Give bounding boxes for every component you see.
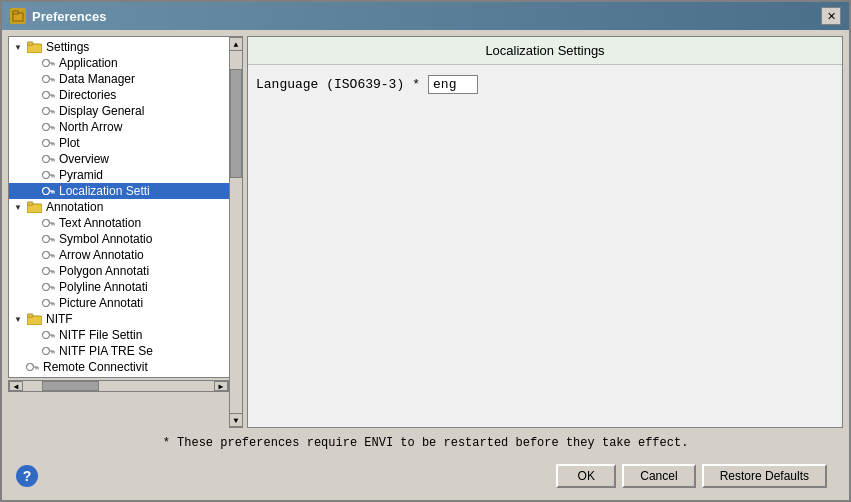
tree-label-pyramid: Pyramid (59, 168, 103, 182)
close-button[interactable]: ✕ (821, 7, 841, 25)
tree-item-nitf-file-settings[interactable]: NITF File Settin (9, 327, 229, 343)
tree-item-arrow-annotation[interactable]: Arrow Annotatio (9, 247, 229, 263)
language-label: Language (ISO639-3) (256, 77, 404, 92)
tree-item-application[interactable]: Application (9, 55, 229, 71)
key-icon-remote-connectivity (25, 361, 39, 373)
footer-note: * These preferences require ENVI to be r… (8, 432, 843, 454)
svg-point-58 (43, 284, 50, 291)
tree-item-north-arrow[interactable]: North Arrow (9, 119, 229, 135)
svg-rect-3 (27, 42, 33, 45)
scroll-right-btn[interactable]: ▶ (214, 381, 228, 391)
content-body: Language (ISO639-3) * eng (248, 65, 842, 427)
tree-label-remote-connectivity: Remote Connectivit (43, 360, 148, 374)
svg-point-12 (43, 92, 50, 99)
tree-toggle-settings[interactable]: ▼ (11, 40, 25, 54)
scroll-down-btn[interactable]: ▼ (229, 413, 243, 427)
tree-label-overview: Overview (59, 152, 109, 166)
tree-container: ▼ Settings Application Data Manager Dire… (8, 36, 243, 428)
key-icon-localization (41, 185, 55, 197)
tree-panel[interactable]: ▼ Settings Application Data Manager Dire… (8, 36, 229, 378)
help-button[interactable]: ? (16, 465, 38, 487)
tree-item-data-manager[interactable]: Data Manager (9, 71, 229, 87)
svg-point-24 (43, 140, 50, 147)
tree-toggle-nitf[interactable]: ▼ (11, 312, 25, 326)
key-icon-polyline-annotation (41, 281, 55, 293)
window-title: Preferences (32, 9, 106, 24)
svg-point-76 (27, 364, 34, 371)
content-panel: Localization Settings Language (ISO639-3… (247, 36, 843, 428)
scrollbar-thumb[interactable] (42, 381, 99, 391)
key-icon-pyramid (41, 169, 55, 181)
language-value[interactable]: eng (428, 75, 478, 94)
key-icon-data-manager (41, 73, 55, 85)
tree-label-annotation: Annotation (46, 200, 103, 214)
tree-item-remote-connectivity[interactable]: Remote Connectivit (9, 359, 229, 375)
tree-item-directories[interactable]: Directories (9, 87, 229, 103)
svg-point-20 (43, 124, 50, 131)
tree-label-north-arrow: North Arrow (59, 120, 122, 134)
tree-item-annotation[interactable]: ▼ Annotation (9, 199, 229, 215)
svg-point-28 (43, 156, 50, 163)
tree-item-settings[interactable]: ▼ Settings (9, 39, 229, 55)
svg-point-72 (43, 348, 50, 355)
required-marker: * (412, 77, 420, 92)
svg-point-62 (43, 300, 50, 307)
tree-item-pyramid[interactable]: Pyramid (9, 167, 229, 183)
restore-defaults-button[interactable]: Restore Defaults (702, 464, 827, 488)
tree-label-data-manager: Data Manager (59, 72, 135, 86)
preferences-window: Preferences ✕ ▼ Settings Application (0, 0, 851, 502)
button-row: OK Cancel Restore Defaults (548, 460, 835, 492)
tree-item-polygon-annotation[interactable]: Polygon Annotati (9, 263, 229, 279)
tree-label-nitf: NITF (46, 312, 73, 326)
tree-label-arrow-annotation: Arrow Annotatio (59, 248, 144, 262)
key-icon-polygon-annotation (41, 265, 55, 277)
tree-item-overview[interactable]: Overview (9, 151, 229, 167)
svg-rect-67 (27, 314, 33, 317)
window-icon (10, 8, 26, 24)
vertical-scrollbar[interactable]: ▲ ▼ (229, 36, 243, 428)
main-area: ▼ Settings Application Data Manager Dire… (8, 36, 843, 428)
scroll-up-btn[interactable]: ▲ (229, 37, 243, 51)
tree-item-localization[interactable]: Localization Setti (9, 183, 229, 199)
tree-item-nitf-pia-tre[interactable]: NITF PIA TRE Se (9, 343, 229, 359)
window-body: ▼ Settings Application Data Manager Dire… (2, 30, 849, 500)
scroll-thumb[interactable] (230, 69, 242, 178)
key-icon-arrow-annotation (41, 249, 55, 261)
key-icon-picture-annotation (41, 297, 55, 309)
svg-point-8 (43, 76, 50, 83)
tree-label-polygon-annotation: Polygon Annotati (59, 264, 149, 278)
svg-point-54 (43, 268, 50, 275)
key-icon-symbol-annotation (41, 233, 55, 245)
svg-point-46 (43, 236, 50, 243)
bottom-row: ? OK Cancel Restore Defaults (8, 458, 843, 494)
tree-label-polyline-annotation: Polyline Annotati (59, 280, 148, 294)
tree-item-plot[interactable]: Plot (9, 135, 229, 151)
window-controls: ✕ (821, 7, 841, 25)
horizontal-scrollbar[interactable]: ◀ ▶ (8, 380, 229, 392)
tree-label-display-general: Display General (59, 104, 144, 118)
folder-icon-settings (27, 41, 42, 53)
scrollbar-track (23, 381, 214, 391)
cancel-button[interactable]: Cancel (622, 464, 695, 488)
tree-label-picture-annotation: Picture Annotati (59, 296, 143, 310)
svg-rect-1 (13, 11, 18, 14)
tree-item-display-general[interactable]: Display General (9, 103, 229, 119)
svg-point-32 (43, 172, 50, 179)
scroll-left-btn[interactable]: ◀ (9, 381, 23, 391)
tree-toggle-annotation[interactable]: ▼ (11, 200, 25, 214)
ok-button[interactable]: OK (556, 464, 616, 488)
svg-point-36 (43, 188, 50, 195)
key-icon-directories (41, 89, 55, 101)
key-icon-overview (41, 153, 55, 165)
tree-item-symbol-annotation[interactable]: Symbol Annotatio (9, 231, 229, 247)
svg-rect-41 (27, 202, 33, 205)
tree-scroll-area: ▼ Settings Application Data Manager Dire… (8, 36, 229, 428)
title-bar: Preferences ✕ (2, 2, 849, 30)
tree-label-settings: Settings (46, 40, 89, 54)
tree-item-picture-annotation[interactable]: Picture Annotati (9, 295, 229, 311)
tree-item-nitf[interactable]: ▼ NITF (9, 311, 229, 327)
tree-label-text-annotation: Text Annotation (59, 216, 141, 230)
tree-item-polyline-annotation[interactable]: Polyline Annotati (9, 279, 229, 295)
tree-item-text-annotation[interactable]: Text Annotation (9, 215, 229, 231)
tree-label-plot: Plot (59, 136, 80, 150)
